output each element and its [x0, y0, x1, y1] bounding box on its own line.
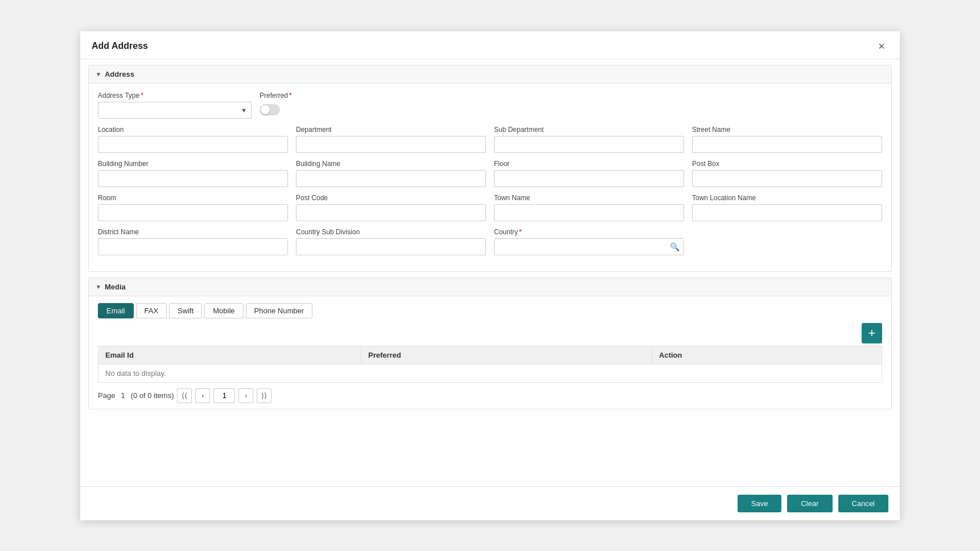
district-name-group: District Name [98, 228, 288, 255]
media-section-header[interactable]: ▼ Media [89, 278, 891, 296]
town-name-input[interactable] [494, 204, 684, 221]
dialog-header: Add Address × [80, 31, 900, 59]
address-type-group: Address Type* ▼ [98, 92, 252, 119]
location-label: Location [98, 126, 288, 134]
address-section-header[interactable]: ▼ Address [89, 65, 891, 83]
tab-fax[interactable]: FAX [136, 303, 167, 318]
street-name-input[interactable] [692, 136, 882, 153]
last-page-button[interactable]: ⟩⟩ [257, 388, 271, 403]
district-name-label: District Name [98, 228, 288, 236]
building-name-label: Building Name [296, 160, 486, 168]
preferred-group: Preferred* [260, 92, 882, 119]
tab-email[interactable]: Email [98, 303, 134, 318]
street-name-label: Street Name [692, 126, 882, 134]
address-type-required: * [141, 92, 143, 100]
country-label: Country* [494, 228, 684, 236]
post-box-input[interactable] [692, 170, 882, 187]
next-page-button[interactable]: › [238, 388, 253, 403]
building-number-group: Building Number [98, 160, 288, 187]
col-preferred: Preferred [361, 346, 652, 364]
add-button-row: + [89, 318, 891, 346]
town-location-name-input[interactable] [692, 204, 882, 221]
room-input[interactable] [98, 204, 288, 221]
col-email-id: Email Id [98, 346, 361, 364]
media-section-title: Media [105, 283, 126, 291]
email-table: Email Id Preferred Action No data to dis… [98, 346, 882, 383]
dialog-title: Add Address [92, 41, 148, 51]
address-section: ▼ Address Address Type* ▼ [88, 65, 892, 272]
district-name-input[interactable] [98, 238, 288, 255]
country-group: Country* 🔍 [494, 228, 684, 255]
country-sub-division-input[interactable] [296, 238, 486, 255]
department-label: Department [296, 126, 486, 134]
sub-department-group: Sub Department [494, 126, 684, 153]
address-section-body: Address Type* ▼ Preferred* [89, 83, 891, 271]
items-info: (0 of 0 items) [131, 391, 174, 400]
town-name-group: Town Name [494, 194, 684, 221]
cancel-button[interactable]: Cancel [838, 495, 888, 512]
building-number-input[interactable] [98, 170, 288, 187]
address-collapse-icon: ▼ [96, 71, 101, 77]
floor-input[interactable] [494, 170, 684, 187]
media-tabs: Email FAX Swift Mobile Phone Number [89, 296, 891, 318]
add-address-dialog: Add Address × ▼ Address Address Type* [80, 31, 900, 520]
department-group: Department [296, 126, 486, 153]
form-row-2: Location Department Sub Department Stree… [98, 126, 882, 153]
country-sub-division-label: Country Sub Division [296, 228, 486, 236]
preferred-toggle-wrapper [260, 104, 882, 115]
tab-mobile[interactable]: Mobile [204, 303, 243, 318]
clear-button[interactable]: Clear [787, 495, 832, 512]
post-box-label: Post Box [692, 160, 882, 168]
building-number-label: Building Number [98, 160, 288, 168]
dialog-footer: Save Clear Cancel [80, 486, 900, 520]
no-data-row: No data to display. [98, 364, 882, 382]
sub-department-input[interactable] [494, 136, 684, 153]
page-number-input[interactable] [213, 388, 235, 403]
email-table-header-row: Email Id Preferred Action [98, 346, 882, 364]
address-type-select-wrapper: ▼ [98, 102, 252, 119]
form-row-5: District Name Country Sub Division Count… [98, 228, 882, 255]
street-name-group: Street Name [692, 126, 882, 153]
preferred-toggle[interactable] [260, 104, 280, 115]
tab-phone-number[interactable]: Phone Number [246, 303, 312, 318]
address-type-label: Address Type* [98, 92, 252, 100]
department-input[interactable] [296, 136, 486, 153]
email-table-wrapper: Email Id Preferred Action No data to dis… [89, 346, 891, 383]
floor-label: Floor [494, 160, 684, 168]
pagination-row: Page 1 (0 of 0 items) ⟨⟨ ‹ › ⟩⟩ [89, 383, 891, 409]
town-location-name-group: Town Location Name [692, 194, 882, 221]
post-code-label: Post Code [296, 194, 486, 202]
country-sub-division-group: Country Sub Division [296, 228, 486, 255]
form-row-1: Address Type* ▼ Preferred* [98, 92, 882, 119]
add-media-button[interactable]: + [862, 323, 882, 343]
building-name-input[interactable] [296, 170, 486, 187]
preferred-label: Preferred* [260, 92, 882, 100]
prev-page-button[interactable]: ‹ [195, 388, 210, 403]
room-group: Room [98, 194, 288, 221]
close-button[interactable]: × [875, 39, 888, 53]
town-location-name-label: Town Location Name [692, 194, 882, 202]
tab-swift[interactable]: Swift [169, 303, 202, 318]
address-section-title: Address [105, 70, 134, 78]
country-required: * [519, 228, 522, 236]
placeholder-group [692, 228, 882, 255]
sub-department-label: Sub Department [494, 126, 684, 134]
page-number-display: 1 [121, 391, 125, 400]
location-input[interactable] [98, 136, 288, 153]
address-type-select[interactable] [98, 102, 252, 119]
country-input[interactable] [494, 238, 684, 255]
save-button[interactable]: Save [738, 495, 782, 512]
no-data-cell: No data to display. [98, 364, 882, 382]
floor-group: Floor [494, 160, 684, 187]
post-code-input[interactable] [296, 204, 486, 221]
location-group: Location [98, 126, 288, 153]
form-row-4: Room Post Code Town Name Town Location N… [98, 194, 882, 221]
media-section: ▼ Media Email FAX Swift Mobile Phone Num… [88, 277, 892, 409]
post-code-group: Post Code [296, 194, 486, 221]
media-collapse-icon: ▼ [96, 284, 101, 290]
form-row-3: Building Number Building Name Floor Post… [98, 160, 882, 187]
first-page-button[interactable]: ⟨⟨ [177, 388, 192, 403]
building-name-group: Building Name [296, 160, 486, 187]
room-label: Room [98, 194, 288, 202]
dialog-body: ▼ Address Address Type* ▼ [80, 59, 900, 486]
